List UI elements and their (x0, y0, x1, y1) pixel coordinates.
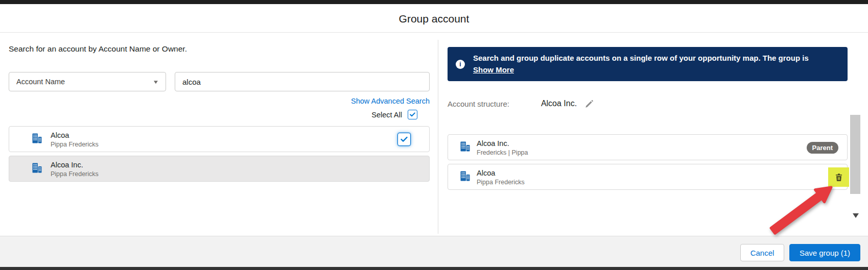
search-field-dropdown[interactable]: Account Name ▼ (9, 72, 166, 91)
account-texts: Alcoa Inc. Fredericks | Pippa (477, 138, 528, 157)
panel-divider (438, 40, 438, 234)
group-member-row: Alcoa Inc. Fredericks | Pippa Parent (448, 134, 848, 160)
account-structure-row: Account structure: Alcoa Inc. (448, 99, 594, 108)
account-name: Alcoa (477, 168, 525, 178)
building-icon (459, 170, 471, 184)
select-all-row: Select All (9, 110, 430, 119)
account-owner: Pippa Fredericks (51, 140, 99, 149)
advanced-search-row: Show Advanced Search (9, 96, 430, 106)
parent-badge: Parent (807, 142, 838, 154)
group-member-row: Alcoa Pippa Fredericks (448, 164, 848, 190)
account-texts: Alcoa Pippa Fredericks (51, 130, 99, 149)
show-more-link[interactable]: Show More (473, 65, 514, 74)
result-checkbox[interactable] (397, 133, 411, 146)
info-icon: i (456, 60, 465, 69)
info-banner-text: Search and group duplicate accounts on a… (473, 54, 839, 62)
info-banner-texts: Search and group duplicate accounts on a… (473, 54, 839, 75)
search-field-dropdown-value: Account Name (16, 78, 153, 86)
show-advanced-search-link[interactable]: Show Advanced Search (351, 97, 430, 105)
building-icon (459, 141, 471, 154)
delete-member-button[interactable] (828, 167, 849, 187)
trash-icon (835, 173, 843, 182)
search-input[interactable] (175, 72, 430, 91)
search-result-row[interactable]: Alcoa Pippa Fredericks (9, 126, 430, 152)
account-texts: Alcoa Inc. Pippa Fredericks (51, 160, 99, 178)
account-owner: Pippa Fredericks (477, 178, 525, 186)
building-icon (31, 133, 42, 146)
account-name: Alcoa Inc. (477, 138, 528, 149)
window-bottom-strip (0, 267, 868, 270)
account-owner: Pippa Fredericks (51, 170, 99, 178)
checkmark-icon (401, 136, 408, 142)
scrollbar-thumb[interactable] (850, 115, 860, 194)
save-group-button[interactable]: Save group (1) (789, 244, 860, 261)
checkmark-icon (410, 112, 415, 117)
account-structure-value: Alcoa Inc. (541, 99, 577, 108)
modal-footer: Cancel Save group (1) (0, 236, 868, 267)
search-result-row[interactable]: Alcoa Inc. Pippa Fredericks (9, 156, 430, 182)
account-name: Alcoa (51, 130, 99, 140)
account-owner: Fredericks | Pippa (477, 149, 528, 157)
info-banner: i Search and group duplicate accounts on… (448, 47, 848, 81)
scrollbar-down-arrow-icon[interactable] (853, 213, 859, 218)
account-structure-label: Account structure: (448, 100, 509, 108)
chevron-down-icon: ▼ (152, 79, 159, 85)
search-instruction: Search for an account by Account Name or… (9, 44, 187, 54)
cancel-button[interactable]: Cancel (740, 244, 784, 261)
select-all-label: Select All (371, 111, 402, 119)
modal-header: Group account (0, 4, 868, 33)
window-top-strip (0, 0, 868, 4)
select-all-checkbox[interactable] (408, 110, 417, 119)
account-name: Alcoa Inc. (51, 160, 99, 170)
account-texts: Alcoa Pippa Fredericks (477, 168, 525, 186)
page-title: Group account (0, 4, 868, 33)
edit-pencil-icon[interactable] (585, 100, 594, 108)
building-icon (31, 162, 42, 176)
